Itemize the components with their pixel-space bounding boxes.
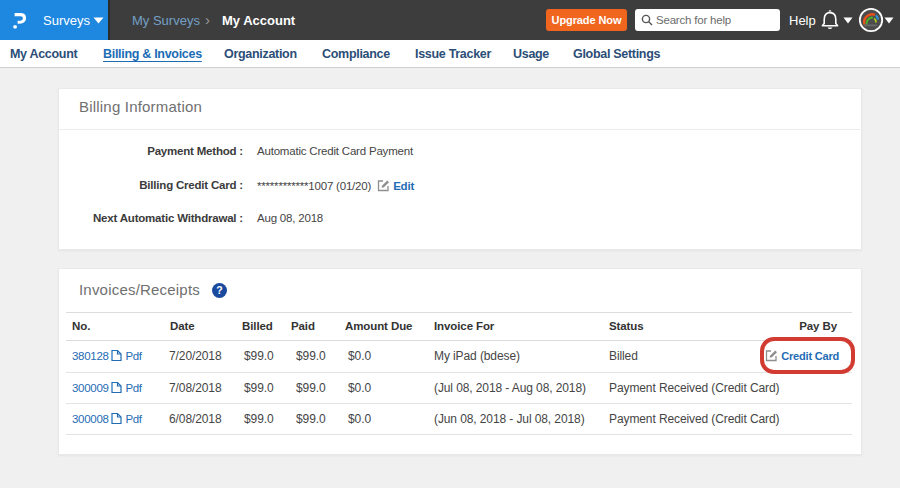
svg-text:?: ? <box>216 284 222 296</box>
